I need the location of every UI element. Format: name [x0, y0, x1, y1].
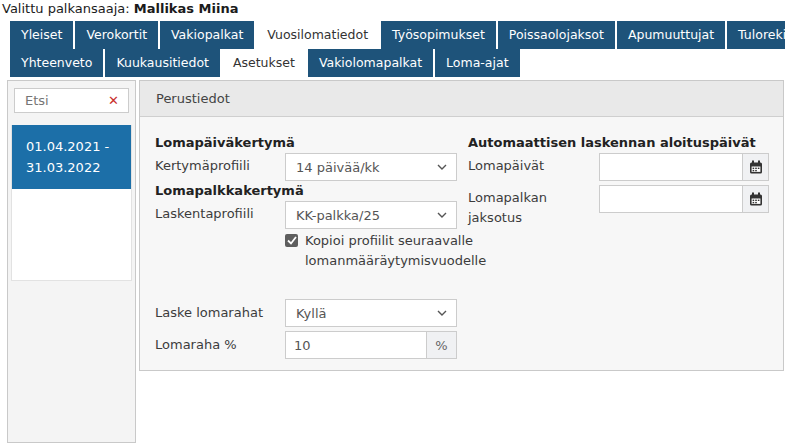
- copy-profiles-row: Kopioi profiilit seuraavalle lomanmääräy…: [285, 231, 485, 271]
- chevron-down-icon: [437, 164, 447, 170]
- sidebar-search-box: ✕: [14, 88, 129, 113]
- lomapalkan-date-input[interactable]: [599, 185, 743, 213]
- lomaraha-label: Lomaraha %: [155, 337, 237, 352]
- tab-asetukset[interactable]: Asetukset: [222, 49, 306, 77]
- lomapaivat-label: Lomapäivät: [468, 158, 544, 173]
- section-heading-automaattinen: Automaattisen laskennan aloituspäivät: [468, 135, 756, 150]
- sub-tab-bar: Yhteenveto Kuukausitiedot Asetukset Vaki…: [10, 49, 520, 77]
- section-heading-lomapaivakertyma: Lomapäiväkertymä: [155, 135, 295, 150]
- tab-yleiset[interactable]: Yleiset: [10, 21, 73, 49]
- tab-vakiopalkat[interactable]: Vakiopalkat: [160, 21, 254, 49]
- lomaraha-input-group: %: [285, 331, 457, 359]
- tab-vakiolomapalkat[interactable]: Vakiolomapalkat: [308, 49, 433, 77]
- tab-tyosopimukset[interactable]: Työsopimukset: [381, 21, 496, 49]
- panel-body: Lomapäiväkertymä Kertymäprofiili 14 päiv…: [140, 117, 783, 369]
- laske-lomarahat-select[interactable]: Kyllä: [285, 299, 457, 327]
- laske-lomarahat-label: Laske lomarahat: [155, 305, 263, 320]
- tab-loma-ajat[interactable]: Loma-ajat: [435, 49, 519, 77]
- laskentaprofiili-select[interactable]: KK-palkka/25: [285, 201, 457, 229]
- percent-addon: %: [427, 331, 457, 359]
- calendar-icon[interactable]: [743, 185, 769, 213]
- lomapaivat-date-input[interactable]: [599, 153, 743, 181]
- clear-search-icon[interactable]: ✕: [99, 89, 128, 112]
- tab-vuosilomatiedot[interactable]: Vuosilomatiedot: [256, 21, 379, 49]
- copy-profiles-checkbox[interactable]: [285, 234, 298, 247]
- main-tab-bar: Yleiset Verokortit Vakiopalkat Vuosiloma…: [10, 21, 785, 49]
- laskentaprofiili-label: Laskentaprofiili: [155, 206, 254, 221]
- tab-verokortit[interactable]: Verokortit: [75, 21, 158, 49]
- tab-poissaolojaksot[interactable]: Poissaolojaksot: [498, 21, 615, 49]
- kertymaprofiili-value: 14 päivää/kk: [296, 160, 437, 175]
- tab-tulorekisteri[interactable]: Tulorekisteri: [727, 21, 785, 49]
- kertymaprofiili-select[interactable]: 14 päivää/kk: [285, 153, 457, 181]
- lomapalkan-input-group: [599, 185, 769, 213]
- lomaraha-input[interactable]: [285, 331, 427, 359]
- period-sidebar: ✕ 01.04.2021 - 31.03.2022: [7, 80, 136, 443]
- chevron-down-icon: [437, 310, 447, 316]
- copy-profiles-label: Kopioi profiilit seuraavalle lomanmääräy…: [305, 231, 486, 271]
- lomapalkan-jaksotus-label: Lomapalkan jaksotus: [468, 188, 586, 228]
- selected-employee-name: Mallikas Miina: [134, 1, 239, 16]
- lomapaivat-input-group: [599, 153, 769, 181]
- list-item-period[interactable]: 01.04.2021 - 31.03.2022: [12, 125, 131, 189]
- tab-yhteenveto[interactable]: Yhteenveto: [10, 49, 103, 77]
- selected-employee-line: Valittu palkansaaja: Mallikas Miina: [2, 1, 238, 16]
- chevron-down-icon: [437, 212, 447, 218]
- search-input[interactable]: [15, 93, 93, 108]
- laske-lomarahat-value: Kyllä: [296, 306, 437, 321]
- period-list: 01.04.2021 - 31.03.2022: [11, 125, 132, 281]
- perustiedot-panel: Perustiedot Lomapäiväkertymä Kertymäprof…: [139, 80, 784, 371]
- section-heading-lomapalkkakertyma: Lomapalkkakertymä: [155, 183, 304, 198]
- laskentaprofiili-value: KK-palkka/25: [296, 208, 437, 223]
- panel-title: Perustiedot: [140, 81, 783, 117]
- kertymaprofiili-label: Kertymäprofiili: [155, 158, 250, 173]
- calendar-icon[interactable]: [743, 153, 769, 181]
- selected-employee-label: Valittu palkansaaja:: [2, 1, 130, 16]
- tab-apumuuttujat[interactable]: Apumuuttujat: [617, 21, 725, 49]
- tab-kuukausitiedot[interactable]: Kuukausitiedot: [105, 49, 220, 77]
